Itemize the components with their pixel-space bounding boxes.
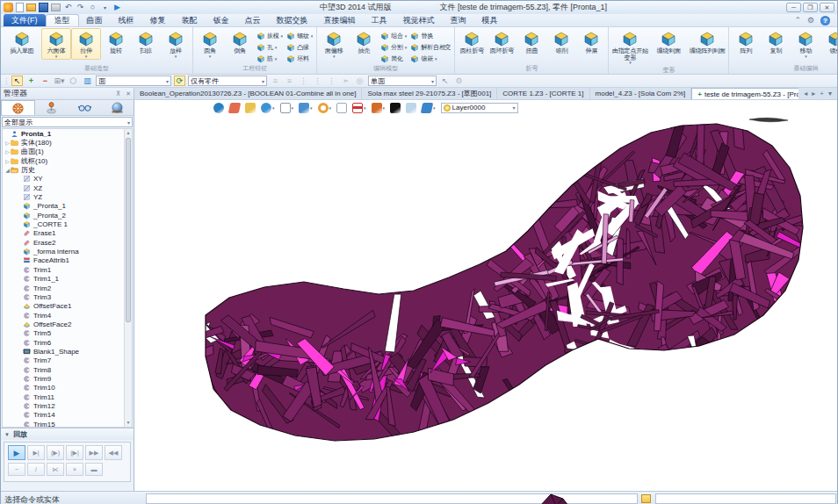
viewport[interactable]: ▾▾▾▾▾▾▾Layer0000▾ [134, 100, 837, 491]
tree-item-Trim12[interactable]: Trim12 [3, 401, 132, 410]
tree-item-曲面(1)[interactable]: ▷曲面(1) [3, 148, 132, 156]
ribbon-button-扫掠[interactable]: 扫掠 [131, 28, 161, 56]
tree-item-_Pronta_1[interactable]: _Pronta_1 [3, 202, 132, 211]
tree-item-Trim8[interactable]: Trim8 [3, 365, 132, 374]
ribbon-button-圆环折弯[interactable]: 圆环折弯 [487, 28, 517, 56]
close-panel-icon[interactable]: ✕ [123, 90, 134, 97]
tree-item-OffsetFace1[interactable]: OffsetFace1 [3, 302, 132, 311]
minimize-button[interactable]: ─ [786, 3, 801, 12]
collapse-ribbon-icon[interactable]: ⌃ [794, 16, 801, 25]
globe-icon[interactable]: ◎ [354, 76, 365, 86]
print-icon[interactable] [51, 4, 61, 11]
background-black-icon[interactable] [390, 103, 401, 113]
replay-snapshot-button[interactable]: ▬ [85, 463, 103, 476]
menu-item-2[interactable]: 曲面 [79, 14, 111, 26]
select-cursor-icon[interactable]: ↖ [11, 76, 23, 86]
show-filter-combo[interactable]: 全部显示 ▾ [2, 117, 133, 127]
tree-item-XY[interactable]: XY [3, 175, 132, 184]
ribbon-button-阵列[interactable]: 阵列 [731, 28, 761, 56]
ribbon-button-移动[interactable]: 移动▾ [791, 28, 820, 60]
menu-item-3[interactable]: 线框 [111, 14, 142, 26]
drag-mode-icon[interactable]: ▾ [372, 103, 386, 113]
ribbon-button-筋[interactable]: 筋▾ [255, 53, 285, 64]
tree-item-Trim7[interactable]: Trim7 [3, 356, 132, 365]
replay-play-button[interactable]: ▶ [8, 445, 25, 460]
ribbon-button-圆柱折弯[interactable]: 圆柱折弯 [457, 28, 487, 56]
tree-item-历史[interactable]: ◢历史 [3, 165, 132, 174]
box-select-icon[interactable]: ⊞▾ [54, 76, 65, 86]
new-tab-icon[interactable]: + [820, 90, 824, 97]
ribbon-button-面偏移[interactable]: 面偏移▾ [319, 28, 349, 60]
bounding-box-icon[interactable] [245, 103, 256, 113]
menu-item-12[interactable]: 查询 [443, 14, 474, 26]
tree-item-Pronta_1[interactable]: Pronta_1 [3, 129, 132, 138]
options-gear-icon[interactable]: ⚙ [453, 76, 465, 86]
tree-item-Trim14[interactable]: Trim14 [3, 411, 132, 420]
ribbon-button-圆角[interactable]: 圆角▾ [195, 28, 225, 60]
tree-item-实体(180)[interactable]: ▷实体(180) [3, 138, 132, 147]
document-tab-2[interactable]: CORTE 1.Z3 - [CORTE 1] [497, 88, 589, 99]
datum-plane-display-icon[interactable]: ▾ [299, 103, 313, 113]
tab-scroll-left-icon[interactable]: ◂ [804, 90, 807, 97]
menu-item-1[interactable]: 造型 [46, 14, 79, 26]
tree-expander-icon[interactable]: ▷ [4, 148, 11, 155]
tree-item-XZ[interactable]: XZ [3, 184, 132, 192]
pin-icon[interactable]: ⊼ [113, 90, 123, 97]
status-field-right[interactable] [655, 493, 836, 504]
document-tab-3[interactable]: model_4.Z3 - [Sola Com 2%] [590, 88, 692, 99]
ribbon-button-拔模[interactable]: 拔模▾ [255, 30, 285, 41]
pick-filter-combo[interactable]: 单面 ▾ [368, 76, 437, 86]
pointer-icon[interactable]: ➣ [340, 76, 351, 86]
ribbon-button-复制[interactable]: 复制 [761, 28, 791, 56]
menu-item-10[interactable]: 工具 [364, 14, 395, 26]
shaded-display-icon[interactable]: ▾ [261, 103, 275, 113]
replay-rewind-button[interactable]: ◀◀ [105, 445, 122, 460]
menu-item-4[interactable]: 修复 [142, 14, 174, 26]
manager-tab-assembly-manager[interactable] [35, 100, 68, 115]
replay-sketch-button[interactable]: / [27, 463, 45, 476]
tree-expander-icon[interactable]: ▷ [4, 140, 11, 146]
replay-play-step-pause-button[interactable]: (▶| [66, 445, 83, 460]
menu-item-13[interactable]: 模具 [474, 14, 506, 26]
menu-item-6[interactable]: 钣金 [206, 14, 237, 26]
cursor-small-icon[interactable]: ↖ [439, 76, 451, 86]
entity-filter-combo[interactable]: 面 ▾ [96, 76, 171, 86]
tree-item-Erase2[interactable]: Erase2 [3, 238, 132, 247]
clip-plane-icon[interactable]: ▾ [352, 103, 366, 113]
ribbon-button-旋转[interactable]: 旋转 [101, 28, 131, 56]
tree-item-Trim4[interactable]: Trim4 [3, 311, 132, 320]
ribbon-button-锥削[interactable]: 锥削 [546, 28, 576, 56]
pick-all-icon[interactable]: ⋮ [326, 76, 337, 86]
tree-item-OffsetFace2[interactable]: OffsetFace2 [3, 320, 132, 328]
add-selection-icon[interactable]: + [25, 76, 37, 86]
tree-item-Trim1_1[interactable]: Trim1_1 [3, 275, 132, 284]
layer-combo[interactable]: Layer0000▾ [441, 103, 518, 113]
tree-item-Trim1[interactable]: Trim1 [3, 265, 132, 274]
filter-list-icon[interactable]: ▥ [82, 76, 93, 86]
tab-list-icon[interactable]: ▾ [828, 90, 832, 97]
ribbon-button-伸展[interactable]: 伸展 [576, 28, 606, 56]
ribbon-button-替换[interactable]: 替换 [408, 30, 452, 41]
face-display-icon[interactable]: ▾ [422, 103, 436, 113]
ribbon-button-螺纹[interactable]: 螺纹▾ [285, 30, 314, 41]
menu-item-5[interactable]: 装配 [174, 14, 206, 26]
replay-vertex-button[interactable]: ⋉ [47, 463, 64, 476]
tree-scrollbar[interactable]: ▲ ▼ [124, 129, 132, 427]
replay-curve-button[interactable]: ~ [8, 463, 25, 476]
ribbon-button-镜像[interactable]: 镜像 [820, 28, 837, 56]
tab-scroll-right-icon[interactable]: ▸ [812, 90, 815, 97]
redo-icon[interactable]: ↷ [76, 3, 85, 12]
undo-icon[interactable]: ↶ [63, 3, 73, 12]
new-file-icon[interactable] [16, 3, 24, 12]
menu-item-11[interactable]: 视觉样式 [395, 14, 443, 26]
menu-item-8[interactable]: 数据交换 [269, 14, 316, 26]
collapse-section-icon[interactable]: ▼ [4, 432, 10, 437]
tree-item-Trim10[interactable]: Trim10 [3, 384, 132, 392]
background-light-icon[interactable] [406, 103, 416, 113]
play-icon[interactable]: ▶ [112, 3, 122, 12]
tree-item-Erase1[interactable]: Erase1 [3, 229, 132, 238]
ribbon-button-分割[interactable]: 分割▾ [379, 41, 408, 53]
history-filter-icon[interactable]: ⟳ [174, 76, 185, 86]
ribbon-button-孔[interactable]: 孔▾ [255, 41, 285, 53]
qat-dropdown-icon[interactable]: ▾ [100, 3, 110, 12]
